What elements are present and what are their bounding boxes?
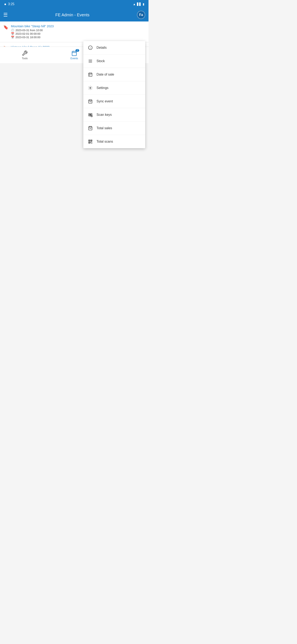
- main-content: 🔖 Mountain bike "Steep hill" 2023 🕙 2023…: [0, 22, 148, 63]
- event-bookmark-icon: 🔖: [3, 25, 8, 30]
- menu-item-scan-keys-label: Scan keys: [96, 113, 112, 116]
- menu-item-total-sales[interactable]: Total sales: [83, 122, 145, 135]
- event-date: 2023-03-31 from 10:00: [15, 29, 43, 32]
- menu-item-sync-event-label: Sync event: [96, 100, 113, 103]
- event-sale-start: 2023-02-01 00:00:00: [15, 32, 40, 35]
- menu-item-details-label: Details: [96, 46, 107, 50]
- event-sale-end: 2023-03-31 18:00:00: [15, 36, 40, 39]
- app-header: ☰ FE Admin - Events Fa: [0, 8, 148, 22]
- signal-icon: ▋▋: [137, 2, 141, 6]
- tools-nav-label: Tools: [22, 57, 28, 60]
- tools-icon-container: [22, 50, 28, 56]
- page-title: FE Admin - Events: [55, 12, 89, 17]
- svg-rect-13: [89, 75, 90, 76]
- status-bar: ● 3:25 ▲ ▋▋ ▮: [0, 0, 148, 8]
- calendar-icon: [87, 72, 93, 78]
- qr-scan-icon: [87, 139, 93, 144]
- menu-item-total-sales-label: Total sales: [96, 126, 112, 130]
- svg-rect-36: [72, 51, 76, 56]
- menu-item-stock[interactable]: Stock: [83, 54, 145, 68]
- calendar-start-icon: 📅: [11, 32, 14, 35]
- menu-item-date-of-sale-label: Date of sale: [96, 73, 114, 76]
- event-date-row: 🕙 2023-03-31 from 10:00: [11, 29, 145, 32]
- menu-item-date-of-sale[interactable]: Date of sale: [83, 68, 145, 81]
- event-sale-end-row: 📅 2023-03-31 18:00:00: [11, 36, 145, 39]
- context-menu: Details Stock: [83, 41, 145, 148]
- list-icon: [87, 58, 93, 64]
- menu-item-stock-label: Stock: [96, 59, 105, 63]
- battery-icon: ▮: [143, 2, 144, 6]
- settings-icon: [87, 85, 93, 91]
- status-time: 3:25: [8, 2, 14, 6]
- svg-rect-9: [89, 73, 92, 76]
- menu-button[interactable]: ☰: [3, 12, 8, 18]
- event-sale-start-row: 📅 2023-02-01 00:00:00: [11, 32, 145, 35]
- basket-icon: [87, 125, 93, 131]
- menu-item-scan-keys[interactable]: Scan keys: [83, 108, 145, 122]
- info-icon: [87, 45, 93, 50]
- sync-calendar-icon: [87, 98, 93, 104]
- notification-dot: ●: [4, 2, 6, 6]
- event-item[interactable]: 🔖 Mountain bike "Steep hill" 2023 🕙 2023…: [0, 22, 148, 42]
- menu-item-settings[interactable]: Settings: [83, 81, 145, 95]
- status-bar-left: ● 3:25: [4, 2, 14, 6]
- avatar[interactable]: Fa: [137, 11, 145, 19]
- events-badge: 2: [75, 49, 79, 52]
- svg-rect-29: [89, 140, 90, 141]
- wifi-icon: ▲: [133, 2, 136, 6]
- clock-icon: 🕙: [11, 29, 14, 32]
- svg-point-14: [90, 87, 91, 88]
- scan-icon: [87, 112, 93, 118]
- events-nav-label: Events: [70, 57, 78, 60]
- menu-item-total-scans-label: Total scans: [96, 140, 113, 144]
- menu-item-details[interactable]: Details: [83, 41, 145, 54]
- event-details: Mountain bike "Steep hill" 2023 🕙 2023-0…: [11, 24, 145, 39]
- calendar-end-icon: 📅: [11, 36, 14, 39]
- svg-rect-30: [91, 140, 92, 141]
- nav-item-tools[interactable]: Tools: [0, 50, 49, 60]
- tools-icon: [22, 50, 28, 56]
- events-icon-container: 2: [71, 50, 77, 56]
- svg-rect-31: [89, 142, 90, 143]
- event-name: Mountain bike "Steep hill" 2023: [11, 24, 145, 28]
- menu-item-settings-label: Settings: [96, 86, 108, 90]
- menu-item-total-scans[interactable]: Total scans: [83, 135, 145, 148]
- status-bar-right: ▲ ▋▋ ▮: [133, 2, 144, 6]
- menu-item-sync-event[interactable]: Sync event: [83, 95, 145, 108]
